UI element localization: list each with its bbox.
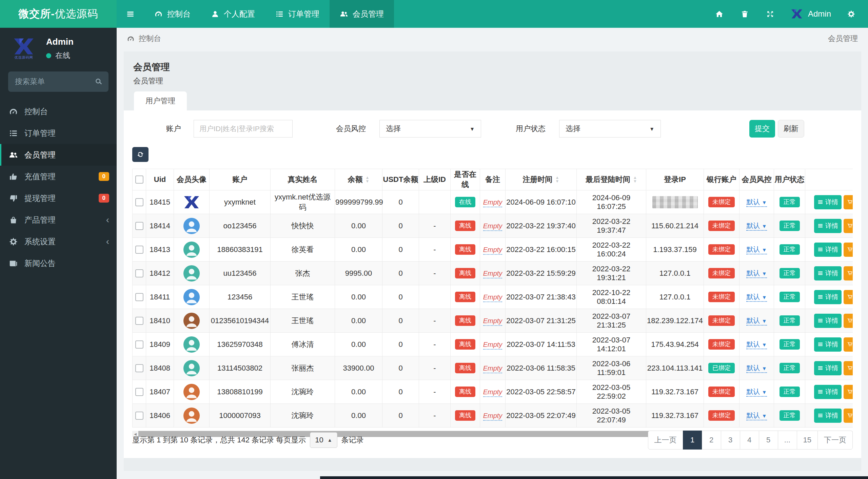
remark-edit-link[interactable]: Empty	[483, 222, 502, 231]
sidebar-item-系统设置[interactable]: 系统设置‹	[0, 231, 117, 252]
detail-button[interactable]: 详情	[814, 337, 842, 352]
detail-button[interactable]: 详情	[814, 243, 842, 257]
buy-points-button[interactable]: 分	[844, 290, 853, 304]
nav-item-1[interactable]: 控制台	[144, 0, 201, 28]
brand-logo[interactable]: 微交所-优选源码	[0, 0, 117, 28]
refresh-button[interactable]: 刷新	[778, 120, 804, 138]
online-status-badge: 离线	[455, 363, 475, 374]
sort-carets-icon[interactable]: ▲▼	[633, 176, 637, 183]
risk-dropdown-link[interactable]: 默认 ▼	[746, 246, 767, 254]
prev-page-button[interactable]: 上一页	[648, 431, 683, 450]
remark-edit-link[interactable]: Empty	[483, 341, 502, 350]
remark-edit-link[interactable]: Empty	[483, 365, 502, 373]
trash-button[interactable]	[732, 0, 757, 28]
risk-dropdown-link[interactable]: 默认 ▼	[746, 198, 767, 207]
buy-points-button[interactable]: 分	[844, 195, 853, 209]
admin-menu[interactable]: Admin	[783, 7, 839, 20]
sidebar-item-会员管理[interactable]: 会员管理	[0, 144, 117, 166]
tab-user-management[interactable]: 用户管理	[134, 91, 187, 110]
row-checkbox[interactable]	[135, 317, 143, 325]
buy-points-button[interactable]: 分	[844, 361, 853, 375]
detail-button[interactable]: 详情	[814, 290, 842, 304]
risk-dropdown-link[interactable]: 默认 ▼	[746, 388, 767, 397]
row-checkbox[interactable]	[135, 364, 143, 372]
detail-button[interactable]: 详情	[814, 361, 842, 375]
buy-points-button[interactable]: 分	[844, 314, 853, 328]
sort-carets-icon[interactable]: ▲▼	[366, 176, 370, 183]
fullscreen-button[interactable]	[757, 0, 783, 28]
detail-button[interactable]: 详情	[814, 219, 842, 233]
sort-carets-icon[interactable]: ▲▼	[555, 176, 559, 183]
detail-button[interactable]: 详情	[814, 409, 842, 423]
menu-search-input[interactable]	[8, 71, 108, 92]
row-checkbox[interactable]	[135, 246, 143, 254]
row-checkbox[interactable]	[135, 293, 143, 301]
page-button-3[interactable]: 3	[721, 431, 740, 450]
detail-button[interactable]: 详情	[814, 195, 842, 209]
risk-dropdown-link[interactable]: 默认 ▼	[746, 340, 767, 349]
next-page-button[interactable]: 下一页	[817, 431, 853, 450]
account-search-input[interactable]	[194, 120, 293, 138]
remark-edit-link[interactable]: Empty	[483, 293, 502, 302]
row-checkbox[interactable]	[135, 222, 143, 230]
remark-edit-link[interactable]: Empty	[483, 199, 502, 207]
nav-item-3[interactable]: 订单管理	[265, 0, 330, 28]
page-button-1[interactable]: 1	[683, 431, 702, 450]
column-header-余额[interactable]: 余额▲▼	[335, 169, 382, 190]
detail-button[interactable]: 详情	[814, 266, 842, 280]
page-button-4[interactable]: 4	[740, 431, 759, 450]
page-size-dropdown[interactable]: 10 ▲	[310, 432, 337, 448]
cell-avatar	[174, 404, 210, 428]
buy-points-button[interactable]: 分	[844, 409, 853, 423]
select-all-checkbox[interactable]	[135, 175, 143, 184]
table-refresh-button[interactable]	[132, 147, 149, 162]
row-checkbox[interactable]	[135, 198, 143, 206]
row-checkbox[interactable]	[135, 340, 143, 349]
remark-edit-link[interactable]: Empty	[483, 270, 502, 278]
breadcrumb-dashboard-link[interactable]: 控制台	[127, 34, 161, 44]
sidebar-item-订单管理[interactable]: 订单管理	[0, 122, 117, 144]
sidebar-item-充值管理[interactable]: 充值管理0	[0, 166, 117, 187]
buy-points-button[interactable]: 分	[844, 385, 853, 399]
submit-button[interactable]: 提交	[749, 120, 775, 138]
sidebar-item-新闻公告[interactable]: 新闻公告	[0, 252, 117, 274]
nav-item-4[interactable]: 会员管理	[330, 0, 394, 28]
buy-points-button[interactable]: 分	[844, 219, 853, 233]
risk-dropdown-link[interactable]: 默认 ▼	[746, 317, 767, 326]
sidebar-item-产品管理[interactable]: 产品管理‹	[0, 209, 117, 231]
sidebar-toggle-button[interactable]	[117, 0, 144, 28]
risk-dropdown-link[interactable]: 默认 ▼	[746, 222, 767, 231]
status-select[interactable]: 选择 ▼	[559, 120, 661, 138]
page-button-15[interactable]: 15	[797, 431, 818, 450]
risk-dropdown-link[interactable]: 默认 ▼	[746, 269, 767, 278]
page-button-...[interactable]: ...	[778, 431, 797, 450]
detail-button[interactable]: 详情	[814, 385, 842, 399]
buy-points-button[interactable]: 分	[844, 243, 853, 257]
column-header-最后登陆时间[interactable]: 最后登陆时间▲▼	[577, 169, 646, 190]
sidebar-item-提现管理[interactable]: 提现管理0	[0, 187, 117, 209]
remark-edit-link[interactable]: Empty	[483, 388, 502, 397]
nav-item-2[interactable]: 个人配置	[201, 0, 265, 28]
buy-points-button[interactable]: 分	[844, 337, 853, 352]
risk-dropdown-link[interactable]: 默认 ▼	[746, 364, 767, 373]
home-button[interactable]	[707, 0, 732, 28]
risk-dropdown-link[interactable]: 默认 ▼	[746, 293, 767, 302]
row-checkbox[interactable]	[135, 412, 143, 420]
remark-edit-link[interactable]: Empty	[483, 412, 502, 421]
risk-select[interactable]: 选择 ▼	[379, 120, 481, 138]
page-button-2[interactable]: 2	[702, 431, 721, 450]
sidebar-item-控制台[interactable]: 控制台	[0, 101, 117, 122]
buy-points-button[interactable]: 分	[844, 266, 853, 280]
risk-dropdown-link[interactable]: 默认 ▼	[746, 412, 767, 420]
remark-edit-link[interactable]: Empty	[483, 246, 502, 255]
page-button-5[interactable]: 5	[759, 431, 778, 450]
breadcrumb-current: 会员管理	[828, 34, 858, 44]
remark-edit-link[interactable]: Empty	[483, 317, 502, 326]
row-checkbox[interactable]	[135, 388, 143, 396]
detail-button[interactable]: 详情	[814, 314, 842, 328]
column-header-注册时间[interactable]: 注册时间▲▼	[506, 169, 577, 190]
row-checkbox[interactable]	[135, 269, 143, 277]
online-status-badge: 在线	[455, 197, 475, 208]
chevron-down-icon: ▼	[762, 389, 767, 395]
settings-button[interactable]	[839, 0, 864, 28]
